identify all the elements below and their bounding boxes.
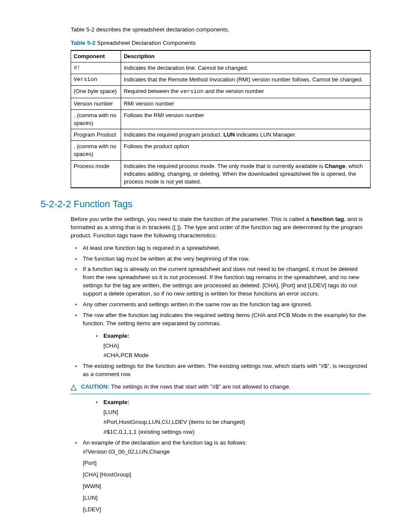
list-item: The function tag must be written at the …: [83, 255, 371, 263]
cell-description: Indicates the declaration line. Cannot b…: [121, 62, 371, 74]
list-item: If a function tag is already on the curr…: [83, 265, 371, 298]
table-row: VersionIndicates that the Remote Method …: [71, 74, 371, 86]
table-row: Program ProductIndicates the required pr…: [71, 129, 371, 141]
cell-component: Program Product: [71, 129, 121, 141]
cell-description: Indicates the required program product. …: [121, 129, 371, 141]
cell-description: RMI version number: [121, 98, 371, 109]
decl-line: [WWN]: [83, 482, 371, 491]
example-line: [LUN]: [103, 408, 371, 417]
bullet-existing: The existing settings for the function a…: [83, 362, 371, 379]
decl-line: [CHA] [HostGroup]: [83, 471, 371, 479]
example-1-wrap: Example: [CHA]#CHA,PCB Mode: [91, 332, 371, 360]
cell-description: Required between the version and the ver…: [121, 86, 371, 98]
cell-component: Version: [71, 74, 121, 86]
decl-line: [LUN]: [83, 494, 371, 502]
cell-component: , (comma with no spaces): [71, 109, 121, 129]
section-heading: 5-2-2-2 Function Tags: [40, 198, 371, 211]
cell-description: Indicates the required process mode. The…: [121, 160, 371, 188]
section-intro: Before you write the settings, you need …: [71, 215, 371, 240]
decl-line: [Port]: [83, 459, 371, 467]
example-2-wrap: Example: [LUN]#Port,HostGroup,LUN,CU,LDE…: [91, 398, 371, 436]
th-description: Description: [121, 50, 371, 62]
table-caption: Table 5-2 Spreadsheet Declaration Compon…: [71, 39, 371, 47]
table-ref: Table 5-2: [71, 40, 96, 46]
table-row: , (comma with no spaces)Follows the prod…: [71, 141, 371, 160]
decl-line: [LDEV]: [83, 506, 371, 514]
bullet-decl: An example of the declaration and the fu…: [83, 439, 371, 514]
table-row: #!Indicates the declaration line. Cannot…: [71, 62, 371, 74]
caution-text: CAUTION: The settings in the rows that s…: [81, 383, 291, 391]
table-row: Version numberRMI version number: [71, 98, 371, 109]
bullet-list-2: The existing settings for the function a…: [71, 362, 371, 379]
table-row: (One byte space)Required between the ver…: [71, 86, 371, 98]
example-line: #Port,HostGroup,LUN,CU,LDEV (items to be…: [103, 418, 371, 426]
bullet-list-1: At least one function tag is required in…: [71, 244, 371, 328]
cell-component: Version number: [71, 98, 121, 109]
components-table: Component Description #!Indicates the de…: [71, 50, 371, 188]
example-1: Example: [CHA]#CHA,PCB Mode: [103, 332, 371, 360]
example-line: [CHA]: [103, 342, 371, 350]
cell-description: Indicates that the Remote Method Invocat…: [121, 74, 371, 86]
cell-component: , (comma with no spaces): [71, 141, 121, 160]
bullet-list-3: An example of the declaration and the fu…: [71, 439, 371, 514]
cell-component: #!: [71, 62, 121, 74]
intro-text: Table 5-2 describes the spreadsheet decl…: [71, 26, 371, 34]
cell-description: Follows the RMI version number: [121, 109, 371, 129]
cell-component: Process mode: [71, 160, 121, 188]
list-item: At least one function tag is required in…: [83, 244, 371, 252]
example-line: #$1C,0,1,1,1 (existing settings row): [103, 428, 371, 436]
th-component: Component: [71, 50, 121, 62]
decl-line: #!Version 03_00_02,LUN,Change: [83, 448, 371, 456]
cell-description: Follows the product option: [121, 141, 371, 160]
table-row: Process modeIndicates the required proce…: [71, 160, 371, 188]
caution-box: △ CAUTION: The settings in the rows that…: [71, 383, 371, 394]
list-item: The row after the function tag indicates…: [83, 311, 371, 328]
example-2: Example: [LUN]#Port,HostGroup,LUN,CU,LDE…: [103, 398, 371, 436]
list-item: Any other comments and settings written …: [83, 301, 371, 309]
example-line: #CHA,PCB Mode: [103, 352, 371, 360]
table-row: , (comma with no spaces)Follows the RMI …: [71, 109, 371, 129]
caution-icon: △: [71, 383, 77, 391]
cell-component: (One byte space): [71, 86, 121, 98]
table-title: Spreadsheet Declaration Components: [96, 40, 196, 46]
